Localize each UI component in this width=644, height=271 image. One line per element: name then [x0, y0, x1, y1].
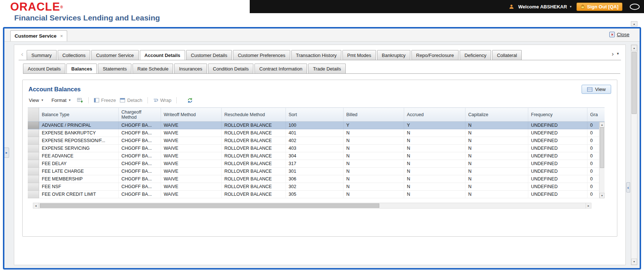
table-scroll-thumb[interactable]: [600, 127, 604, 168]
welcome-user-menu[interactable]: Welcome ABSHEKAR ▼: [518, 4, 572, 9]
table-cell: N: [404, 145, 465, 152]
column-header-chargeoff-method[interactable]: Chargeoff Method: [118, 108, 161, 122]
table-row[interactable]: FEE NSFCHGOFF BA...WAIVEROLLOVER BALANCE…: [28, 183, 605, 191]
sub-tab-contract-information[interactable]: Contract Information: [254, 64, 307, 73]
table-scroll-down-button[interactable]: ▼: [599, 193, 605, 198]
column-header-billed[interactable]: Billed: [343, 108, 404, 122]
row-handle[interactable]: [28, 183, 39, 191]
main-tab-pmt-modes[interactable]: Pmt Modes: [342, 50, 376, 60]
main-tab-customer-service[interactable]: Customer Service: [91, 50, 138, 60]
row-handle[interactable]: [28, 145, 39, 152]
view-menu[interactable]: View ▼: [27, 97, 46, 104]
detach-button[interactable]: Detach: [120, 98, 142, 103]
main-tab-repo-foreclosure[interactable]: Repo/Foreclosure: [411, 50, 459, 60]
table-row[interactable]: FEE MEMBERSHIPCHGOFF BA...WAIVEROLLOVER …: [28, 175, 605, 183]
sub-tab-statements[interactable]: Statements: [98, 64, 131, 73]
page-vertical-scrollbar[interactable]: ▲ ▼: [631, 45, 637, 265]
main-tab-account-details[interactable]: Account Details: [140, 50, 185, 60]
row-handle[interactable]: [28, 129, 39, 137]
main-tab-deficiency[interactable]: Deficiency: [460, 50, 491, 60]
table-cell: N: [343, 152, 404, 160]
sub-tab-insurances[interactable]: Insurances: [174, 64, 207, 73]
row-handle[interactable]: [28, 191, 39, 198]
close-label[interactable]: Close: [617, 32, 629, 37]
left-splitter-handle[interactable]: ►: [4, 148, 9, 158]
wrap-button[interactable]: Wrap: [153, 98, 172, 103]
horizontal-scroll-track[interactable]: [39, 203, 586, 208]
column-header-capitalize[interactable]: Capitalize: [465, 108, 528, 122]
balances-table: Balance TypeChargeoff MethodWriteoff Met…: [28, 107, 605, 198]
chevron-down-icon: ▼: [68, 99, 71, 102]
sub-tab-account-details[interactable]: Account Details: [23, 64, 65, 73]
main-tab-customer-preferences[interactable]: Customer Preferences: [233, 50, 290, 60]
table-horizontal-scrollbar[interactable]: ◄ ►: [33, 203, 591, 209]
table-row[interactable]: EXPENSE BANKRUPTCYCHGOFF BA...WAIVEROLLO…: [28, 129, 605, 137]
main-tab-summary[interactable]: Summary: [27, 50, 57, 60]
row-handle[interactable]: [28, 122, 39, 129]
right-splitter-handle[interactable]: ‹: [626, 182, 630, 192]
table-cell: N: [465, 152, 528, 160]
view-button[interactable]: View: [582, 85, 611, 94]
row-handle[interactable]: [28, 152, 39, 160]
column-header-frequency[interactable]: Frequency: [528, 108, 587, 122]
horizontal-scroll-thumb[interactable]: [40, 203, 379, 208]
main-tab-collateral[interactable]: Collateral: [492, 50, 522, 60]
freeze-button[interactable]: Freeze: [94, 98, 116, 103]
export-icon[interactable]: [77, 98, 83, 103]
close-control[interactable]: ✕ Close: [609, 32, 629, 37]
view-menu-label: View: [29, 98, 39, 103]
sub-tab-condition-details[interactable]: Condition Details: [208, 64, 253, 73]
table-cell: N: [404, 129, 465, 137]
sub-tab-trade-details[interactable]: Trade Details: [308, 64, 346, 73]
column-header-writeoff-method[interactable]: Writeoff Method: [161, 108, 221, 122]
table-cell: Y: [404, 122, 465, 129]
main-tabs-scroll-right[interactable]: ›: [612, 50, 614, 58]
table-row[interactable]: FEE DELAYCHGOFF BA...WAIVEROLLOVER BALAN…: [28, 160, 605, 168]
main-tab-customer-details[interactable]: Customer Details: [186, 50, 232, 60]
page-scroll-thumb[interactable]: [632, 52, 637, 114]
close-icon[interactable]: ✕: [609, 32, 615, 37]
column-header-reschedule-method[interactable]: Reschedule Method: [221, 108, 285, 122]
main-tab-bankruptcy[interactable]: Bankruptcy: [377, 50, 410, 60]
page-scroll-track[interactable]: [631, 51, 637, 259]
row-handle[interactable]: [28, 160, 39, 168]
main-tabs-overflow-menu[interactable]: ▼: [616, 52, 620, 56]
column-header-sort[interactable]: Sort: [285, 108, 343, 122]
table-cell: UNDEFINED: [528, 129, 587, 137]
outer-scroll-up-button[interactable]: ▲: [631, 21, 637, 26]
table-vertical-scrollbar[interactable]: ▲ ▼: [599, 122, 605, 198]
table-cell: WAIVE: [161, 152, 221, 160]
table-scroll-left-button[interactable]: ◄: [33, 203, 39, 208]
sign-out-button[interactable]: Sign Out [QA]: [576, 3, 622, 11]
format-menu[interactable]: Format ▼: [50, 97, 73, 104]
document-tab-close-icon[interactable]: ×: [60, 33, 63, 39]
page-scroll-down-button[interactable]: ▼: [631, 259, 637, 265]
column-header-accrued[interactable]: Accrued: [404, 108, 465, 122]
table-row[interactable]: FEE LATE CHARGECHGOFF BA...WAIVEROLLOVER…: [28, 168, 605, 175]
main-tabs-scroll-left[interactable]: ‹: [19, 50, 26, 58]
table-scroll-track[interactable]: [599, 127, 605, 193]
table-cell: WAIVE: [161, 160, 221, 168]
freeze-icon: [94, 98, 99, 103]
sub-tab-rate-schedule[interactable]: Rate Schedule: [133, 64, 173, 73]
splitter-right-icon: ►: [5, 151, 8, 154]
table-row[interactable]: FEE ADVANCECHGOFF BA...WAIVEROLLOVER BAL…: [28, 152, 605, 160]
table-row[interactable]: ADVANCE / PRINCIPALCHGOFF BA...WAIVEROLL…: [28, 122, 605, 129]
main-tab-collections[interactable]: Collections: [58, 50, 91, 60]
row-handle[interactable]: [28, 168, 39, 175]
document-tab-customer-service[interactable]: Customer Service ×: [10, 30, 67, 41]
column-header-balance-type[interactable]: Balance Type: [39, 108, 118, 122]
table-row[interactable]: FEE OVER CREDIT LIMITCHGOFF BA...WAIVERO…: [28, 191, 605, 198]
sub-tab-balances[interactable]: Balances: [66, 64, 97, 73]
refresh-icon[interactable]: [187, 98, 193, 103]
column-header-gra[interactable]: Gra: [587, 108, 605, 122]
table-row[interactable]: EXPENSE SERVICINGCHGOFF BA...WAIVEROLLOV…: [28, 145, 605, 152]
main-tab-transaction-history[interactable]: Transaction History: [291, 50, 342, 60]
row-handle[interactable]: [28, 175, 39, 183]
table-scroll-right-button[interactable]: ►: [586, 203, 591, 208]
wrap-label: Wrap: [160, 98, 172, 103]
row-handle[interactable]: [28, 137, 39, 145]
table-row[interactable]: EXPENSE REPOSESSION/F...CHGOFF BA...WAIV…: [28, 137, 605, 145]
page-scroll-up-button[interactable]: ▲: [631, 45, 637, 51]
table-scroll-up-button[interactable]: ▲: [599, 122, 605, 127]
